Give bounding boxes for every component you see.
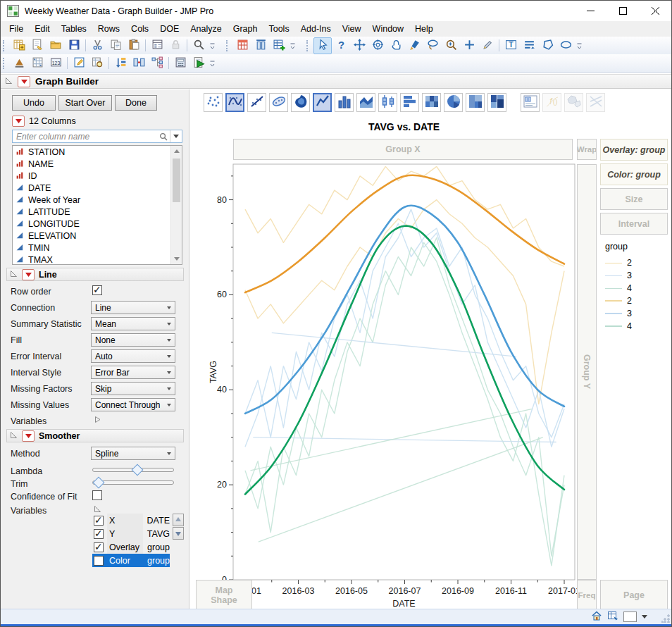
sort-columns-button[interactable] <box>111 55 130 72</box>
element-ellipse-button[interactable] <box>269 93 288 112</box>
start-over-button[interactable]: Start Over <box>58 95 112 111</box>
menu-item[interactable]: Tools <box>263 22 294 36</box>
color-drop-zone[interactable]: Color: group <box>600 163 668 185</box>
error-interval-dropdown[interactable]: Auto <box>91 349 175 363</box>
toolbar-grip[interactable] <box>3 58 7 69</box>
column-list-item[interactable]: ID <box>13 170 182 182</box>
smoother-red-triangle-menu[interactable] <box>22 430 35 442</box>
element-area-button[interactable] <box>356 93 375 112</box>
trim-slider[interactable] <box>92 478 174 487</box>
menu-item[interactable]: Graph <box>228 22 263 36</box>
method-dropdown[interactable]: Spline <box>91 447 175 460</box>
done-button[interactable]: Done <box>115 95 157 111</box>
design-grid-button[interactable] <box>28 55 46 72</box>
lambda-slider[interactable] <box>92 465 174 474</box>
paste-button[interactable] <box>125 37 143 54</box>
arrow-tool-button[interactable] <box>313 37 332 54</box>
variable-role-row[interactable]: X DATE <box>92 514 170 527</box>
toolbar-grip[interactable] <box>306 40 311 51</box>
variable-role-checkbox[interactable] <box>94 529 104 539</box>
confidence-of-fit-checkbox[interactable] <box>92 490 102 500</box>
menu-item[interactable]: View <box>337 22 367 36</box>
variable-role-checkbox[interactable] <box>94 542 104 552</box>
text-annotation-button[interactable]: T <box>502 37 520 54</box>
magnifier-tool-button[interactable] <box>442 37 460 54</box>
scrollbar-thumb[interactable] <box>173 159 180 202</box>
column-list-item[interactable]: ELEVATION <box>13 230 182 242</box>
summary-statistic-dropdown[interactable]: Mean <box>91 317 175 330</box>
element-contour-button[interactable] <box>291 93 310 112</box>
calculator-button[interactable] <box>171 55 189 72</box>
collapse-triangle-icon[interactable] <box>10 431 18 441</box>
menu-item[interactable]: Cols <box>125 22 154 36</box>
search-options-dropdown[interactable] <box>170 130 182 142</box>
menu-item[interactable]: Tables <box>56 22 92 36</box>
annotate-tool-button[interactable] <box>478 37 497 54</box>
element-line-of-fit-button[interactable] <box>247 93 266 112</box>
element-treemap-button[interactable] <box>466 93 485 112</box>
element-formula-button[interactable]: f() <box>542 93 561 112</box>
chevron-down-icon[interactable] <box>642 615 647 619</box>
menu-item[interactable]: File <box>4 22 29 36</box>
variable-role-row[interactable]: Y TAVG <box>92 527 170 540</box>
menu-item[interactable]: Rows <box>92 22 125 36</box>
home-icon[interactable] <box>591 610 602 623</box>
trim-slider-thumb[interactable] <box>93 477 105 489</box>
variable-role-row[interactable]: Color group <box>92 554 170 567</box>
search-button[interactable] <box>189 37 208 54</box>
legend-item[interactable]: 2 <box>605 256 668 269</box>
missing-factors-dropdown[interactable]: Skip <box>91 382 175 395</box>
toolbar-overflow[interactable] <box>576 40 583 51</box>
resize-grip[interactable] <box>661 614 670 623</box>
new-journal-button[interactable] <box>28 37 46 54</box>
run-script-button[interactable] <box>189 55 208 72</box>
element-pie-button[interactable] <box>444 93 463 112</box>
crosshair-tool-button[interactable] <box>460 37 478 54</box>
cut-button[interactable] <box>88 37 106 54</box>
line-red-triangle-menu[interactable] <box>22 269 35 280</box>
legend-item[interactable]: 2 <box>605 294 668 307</box>
variable-role-checkbox[interactable] <box>94 556 104 566</box>
legend-item[interactable]: 4 <box>605 320 668 333</box>
column-list-scrollbar[interactable] <box>170 146 182 264</box>
column-list-item[interactable]: TMAX <box>13 254 182 265</box>
row-order-checkbox[interactable] <box>92 285 102 295</box>
fill-dropdown[interactable]: None <box>91 333 175 347</box>
page-drop-zone[interactable]: Page <box>600 580 668 611</box>
collapse-triangle-icon[interactable] <box>10 270 18 280</box>
column-list-item[interactable]: LONGITUDE <box>13 218 182 230</box>
connection-dropdown[interactable]: Line <box>91 301 175 314</box>
legend-item[interactable]: 3 <box>605 307 668 320</box>
toolbar-overflow[interactable] <box>290 40 296 51</box>
column-list-item[interactable]: TMIN <box>13 242 182 254</box>
column-list-item[interactable]: NAME <box>13 158 182 170</box>
variable-role-checkbox[interactable] <box>94 516 104 526</box>
element-smoother-button[interactable] <box>225 93 244 112</box>
variable-role-row[interactable]: Overlay group <box>92 540 170 554</box>
element-bar-button[interactable] <box>335 93 354 112</box>
spin-up-button[interactable] <box>173 514 184 526</box>
column-search-input[interactable]: Enter column name <box>12 130 182 143</box>
interval-drop-zone[interactable]: Interval <box>600 213 668 235</box>
column-list-item[interactable]: LATITUDE <box>13 206 182 218</box>
interval-style-dropdown[interactable]: Error Bar <box>91 366 175 379</box>
split-tree-button[interactable] <box>148 55 166 72</box>
close-button[interactable] <box>639 1 671 21</box>
save-file-button[interactable] <box>65 37 83 54</box>
column-list-item[interactable]: Week of Year <box>13 194 182 206</box>
element-mosaic-button[interactable] <box>487 93 506 112</box>
group-x-drop-zone[interactable]: Group X <box>233 139 573 160</box>
element-parallel-button[interactable] <box>586 93 605 112</box>
grabber-tool-button[interactable] <box>387 37 405 54</box>
move-tool-button[interactable] <box>350 37 368 54</box>
menu-item[interactable]: Help <box>409 22 439 36</box>
table-preview-button[interactable] <box>88 55 106 72</box>
data-table-icon[interactable] <box>607 610 618 623</box>
polygon-annotation-button[interactable] <box>538 37 556 54</box>
freq-drop-zone[interactable]: Freq <box>577 580 597 611</box>
brush-tool-button[interactable] <box>405 37 423 54</box>
element-box-plot-button[interactable] <box>378 93 397 112</box>
selection-tool-button[interactable] <box>368 37 387 54</box>
lambda-slider-thumb[interactable] <box>132 464 144 476</box>
element-heatmap-button[interactable] <box>422 93 441 112</box>
